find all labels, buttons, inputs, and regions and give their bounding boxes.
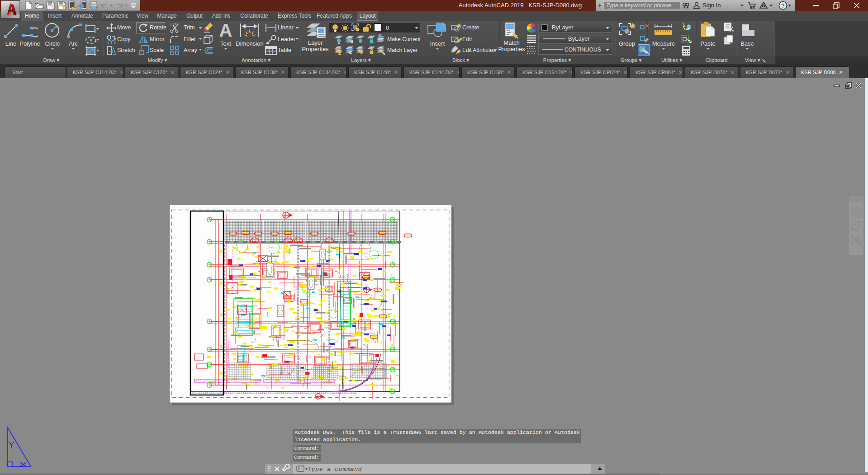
svg-text:2D: 2D <box>857 215 861 219</box>
svg-text:?: ? <box>781 2 785 9</box>
svg-text:Type a command: Type a command <box>308 466 362 473</box>
